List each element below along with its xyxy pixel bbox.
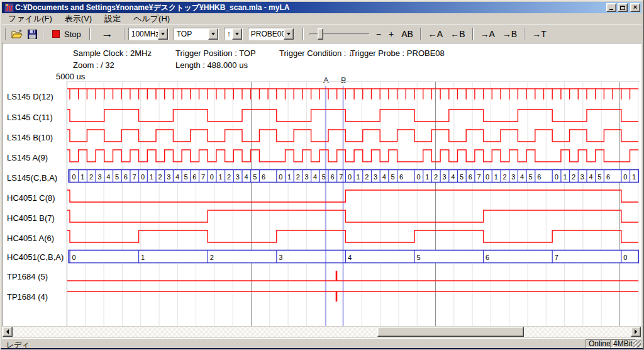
menu-item-file[interactable]: ファイル(F) [2,13,58,26]
zoom-slider[interactable] [309,27,370,41]
svg-text:6: 6 [192,173,196,181]
toolbar-separator [303,28,304,40]
zoom-in-button[interactable]: + [385,28,397,40]
svg-text:3: 3 [304,173,308,181]
save-file-button[interactable] [25,27,40,41]
channel-label-0: LS145 D(12) [7,92,53,101]
svg-text:0: 0 [555,173,558,181]
horizontal-scrollbar[interactable] [2,327,641,337]
cursor-a-label[interactable]: A [323,76,329,85]
svg-text:5: 5 [253,173,257,181]
minimize-button[interactable] [606,3,616,12]
svg-text:0: 0 [623,254,627,261]
svg-text:2: 2 [89,173,93,181]
toolbar-separator [420,28,421,40]
menu-item-settings[interactable]: 設定 [98,13,127,26]
svg-text:7: 7 [339,173,343,181]
channel-label-3: LS145 A(9) [7,153,48,162]
set-cursor-b-button[interactable]: →B [499,28,521,40]
svg-text:7: 7 [201,173,205,181]
info-trigger-condition: Trigger Condition : ↓ [279,48,353,58]
close-button[interactable]: × [630,3,640,12]
scrollbar-thumb[interactable] [377,327,524,337]
svg-text:1: 1 [494,173,498,181]
goto-trigger-button[interactable]: →T [528,28,550,40]
scroll-left-button[interactable] [3,327,13,337]
svg-text:0: 0 [417,173,421,181]
goto-cursor-b-button[interactable]: ←B [447,28,469,40]
toolbar-gripper [5,28,6,40]
svg-text:1: 1 [632,173,636,181]
trigger-position-combobox[interactable]: TOP [174,28,219,40]
info-length: Length : 488.000 us [175,60,248,70]
trigger-probe-combobox[interactable]: PROBE00 [248,28,294,40]
svg-text:1: 1 [357,173,360,181]
svg-text:4: 4 [382,173,386,181]
svg-text:2: 2 [365,173,369,181]
scroll-right-button[interactable] [631,327,641,337]
info-sample-clock: Sample Clock : 2MHz [73,48,152,58]
svg-text:0: 0 [486,173,489,181]
goto-cursor-a-button[interactable]: ←A [425,28,447,40]
set-cursor-a-button[interactable]: →A [477,28,499,40]
svg-text:1: 1 [563,173,567,181]
svg-text:6: 6 [469,173,472,181]
svg-text:5: 5 [529,173,533,181]
zoom-slider-thumb[interactable] [318,28,323,40]
svg-text:4: 4 [313,173,317,181]
svg-text:0: 0 [623,173,627,181]
svg-text:5: 5 [322,173,326,181]
svg-text:5: 5 [391,173,394,181]
toolbar-separator [43,28,44,40]
sample-rate-value: 100MHz [129,28,158,40]
waveform-client-area[interactable]: Sample Clock : 2MHz Trigger Position : T… [2,43,641,326]
sample-rate-combobox[interactable]: 100MHz [128,28,169,40]
info-trigger-position: Trigger Position : TOP [175,48,256,58]
svg-text:6: 6 [486,254,489,261]
svg-text:0: 0 [210,173,214,181]
channel-label-4: LS145(C,B,A) [7,173,57,183]
svg-text:1: 1 [287,173,291,181]
dropdown-arrow-icon[interactable] [158,28,168,40]
svg-text:6: 6 [606,173,610,181]
cursor-b-label[interactable]: B [341,76,347,85]
maximize-icon [620,6,625,10]
svg-text:2: 2 [503,173,507,181]
run-arrow-icon: → [101,27,113,40]
status-memory-badge: 4MBit [610,339,636,348]
svg-text:6: 6 [537,173,541,181]
zoom-ab-button[interactable]: AB [397,28,417,40]
channel-label-2: LS145 B(10) [7,133,53,142]
menu-bar: ファイル(F)表示(V)設定ヘルプ(H) [2,14,641,25]
menu-item-view[interactable]: 表示(V) [58,13,98,26]
svg-text:0: 0 [72,254,76,261]
channel-label-1: LS145 C(11) [7,113,53,122]
svg-text:5: 5 [184,173,188,181]
run-button[interactable]: → [94,28,121,40]
dropdown-arrow-icon[interactable] [208,28,218,40]
title-bar[interactable]: C:¥Documents and Settings¥noname¥デスクトップ¥… [2,2,641,13]
save-floppy-icon [28,30,37,39]
dropdown-arrow-icon[interactable] [232,28,242,40]
zoom-out-button[interactable]: − [372,28,385,40]
resize-grip-icon[interactable] [633,340,641,347]
waveform-canvas[interactable]: 0123456701234567012345601234567012345601… [2,43,641,326]
svg-text:0: 0 [141,173,145,181]
stop-button[interactable]: Stop [47,27,86,41]
svg-text:4: 4 [245,173,248,181]
info-zoom: Zoom : / 32 [73,60,114,70]
svg-text:4: 4 [175,173,179,181]
menu-item-help[interactable]: ヘルプ(H) [127,13,176,26]
svg-text:1: 1 [218,173,222,181]
timebase-label: 5000 us [56,72,85,81]
dropdown-arrow-icon[interactable] [284,28,294,40]
toolbar-separator [524,28,525,40]
trigger-edge-combobox[interactable]: ↑ [224,28,243,40]
svg-text:5: 5 [460,173,464,181]
svg-text:2: 2 [572,173,575,181]
maximize-button[interactable] [618,3,628,12]
open-file-button[interactable] [9,27,25,41]
svg-text:3: 3 [279,254,282,261]
minimize-icon [609,9,613,10]
svg-text:5: 5 [115,173,119,181]
